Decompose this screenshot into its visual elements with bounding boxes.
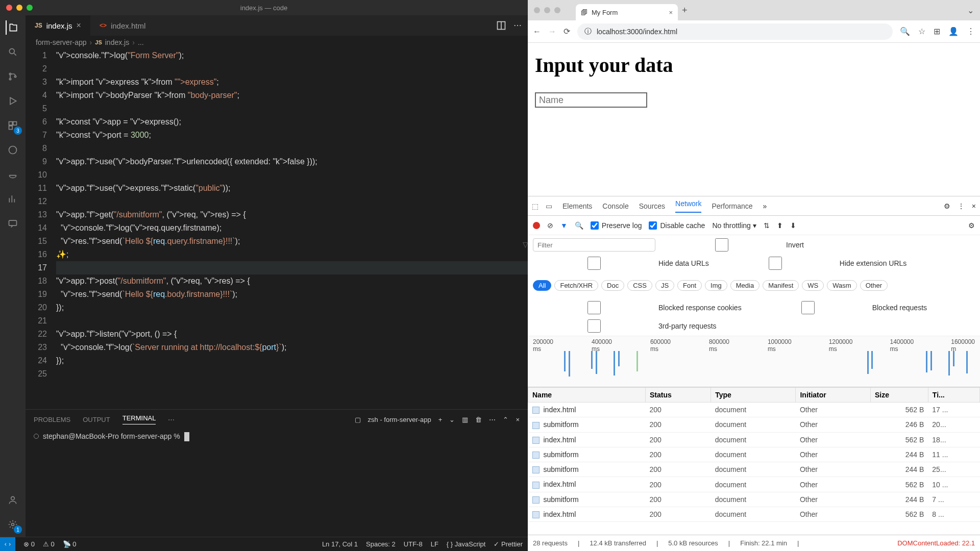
table-row[interactable]: submitform200documentOther244 B7 ... (528, 492, 980, 507)
split-editor-icon[interactable] (496, 20, 506, 31)
network-settings-icon[interactable]: ⚙ (968, 221, 975, 230)
pill-all[interactable]: All (533, 280, 551, 291)
graph-icon[interactable] (6, 192, 20, 206)
dtab-performance[interactable]: Performance (712, 202, 752, 210)
close-tab-icon[interactable]: × (669, 9, 673, 16)
chat-icon[interactable] (6, 216, 20, 231)
source-control-icon[interactable] (6, 69, 20, 84)
split-terminal-icon[interactable]: ▥ (462, 416, 468, 423)
clear-icon[interactable]: ⊘ (547, 221, 553, 230)
status-prettier[interactable]: Prettier (494, 540, 523, 548)
name-input[interactable] (535, 92, 647, 108)
pill-font[interactable]: Font (677, 280, 702, 291)
remote-icon[interactable] (6, 143, 20, 157)
traffic-lights[interactable] (6, 5, 33, 11)
pill-other[interactable]: Other (860, 280, 888, 291)
status-lang[interactable]: { } JavaScript (447, 540, 486, 548)
terminal-body[interactable]: stephan@MacBook-Pro form-server-app % (26, 429, 528, 537)
table-row[interactable]: index.html200documentOther562 B10 ... (528, 477, 980, 492)
search-network-icon[interactable]: 🔍 (575, 221, 583, 230)
third-party-checkbox[interactable]: 3rd-party requests (533, 319, 717, 333)
pill-ws[interactable]: WS (802, 280, 824, 291)
pill-css[interactable]: CSS (627, 280, 652, 291)
status-warnings[interactable]: ⚠ 0 (43, 540, 55, 548)
reload-icon[interactable]: ⟳ (564, 27, 570, 36)
maximize-panel-icon[interactable]: ⌃ (503, 416, 508, 423)
devtools-settings-icon[interactable]: ⚙ (944, 202, 950, 210)
profile-icon[interactable]: 👤 (948, 27, 959, 36)
throttling-dropdown[interactable]: No throttling ▾ (712, 221, 756, 230)
tab-index-html[interactable]: <>index.html (90, 15, 155, 36)
dtab-sources[interactable]: Sources (639, 202, 665, 210)
filter-input[interactable] (533, 238, 655, 252)
explorer-icon[interactable] (6, 20, 20, 35)
table-row[interactable]: submitform200documentOther246 B20... (528, 417, 980, 432)
network-table[interactable]: NameStatusTypeInitiatorSizeTi... index.h… (528, 387, 980, 535)
extensions-icon[interactable]: 3 (6, 118, 20, 133)
chevron-down-icon[interactable]: ⌄ (449, 416, 455, 423)
bookmark-icon[interactable]: ☆ (918, 27, 925, 36)
more-icon[interactable]: ⋯ (489, 416, 496, 423)
new-tab-icon[interactable]: + (682, 5, 688, 16)
network-conditions-icon[interactable]: ⇅ (764, 221, 770, 230)
dtab-elements[interactable]: Elements (562, 202, 592, 210)
devtools-close-icon[interactable]: × (972, 202, 976, 210)
export-icon[interactable]: ⬇ (790, 221, 796, 230)
url-bar[interactable]: ⓘ localhost:3000/index.html (577, 23, 893, 40)
tab-index-js[interactable]: JSindex.js× (26, 15, 90, 36)
settings-icon[interactable]: 1 (6, 517, 20, 532)
account-icon[interactable] (6, 493, 20, 507)
devtools-menu-icon[interactable]: ⋮ (958, 202, 965, 210)
dtab-network[interactable]: Network (675, 199, 701, 213)
blocked-cookies-checkbox[interactable]: Blocked response cookies (533, 301, 742, 314)
docker-icon[interactable] (6, 167, 20, 182)
record-icon[interactable] (533, 222, 540, 229)
expand-tabs-icon[interactable]: ⌄ (967, 6, 974, 15)
device-icon[interactable]: ▭ (546, 202, 552, 210)
terminal-shell-label[interactable]: zsh - form-server-app (368, 416, 431, 423)
close-panel-icon[interactable]: × (516, 416, 520, 423)
filter-toggle-icon[interactable]: ▼ (560, 221, 568, 230)
forward-icon[interactable]: → (548, 27, 556, 36)
status-errors[interactable]: ⊗ 0 (23, 540, 35, 548)
code-editor[interactable]: 1234567891011121314151617181920212223242… (26, 49, 528, 409)
pill-img[interactable]: Img (705, 280, 727, 291)
pill-fetchxhr[interactable]: Fetch/XHR (554, 280, 598, 291)
breadcrumb[interactable]: form-server-app› JSindex.js› ... (26, 36, 528, 49)
browser-tab[interactable]: 🗐 My Form × (576, 4, 678, 20)
invert-checkbox[interactable]: Invert (660, 238, 804, 252)
more-icon[interactable]: ⋯ (513, 20, 522, 31)
browser-traffic-lights[interactable] (534, 7, 560, 13)
inspect-icon[interactable]: ⬚ (532, 202, 538, 210)
status-spaces[interactable]: Spaces: 2 (366, 540, 396, 548)
dtab-console[interactable]: Console (602, 202, 628, 210)
table-row[interactable]: index.html200documentOther562 B17 ... (528, 403, 980, 417)
panel-tab-terminal[interactable]: TERMINAL (122, 414, 156, 424)
site-info-icon[interactable]: ⓘ (584, 27, 592, 36)
panel-tab-problems[interactable]: PROBLEMS (34, 416, 70, 423)
status-encoding[interactable]: UTF-8 (404, 540, 423, 548)
blocked-requests-checkbox[interactable]: Blocked requests (747, 301, 927, 314)
disable-cache-checkbox[interactable]: Disable cache (649, 221, 705, 230)
import-icon[interactable]: ⬆ (777, 221, 783, 230)
status-eol[interactable]: LF (431, 540, 438, 548)
pill-manifest[interactable]: Manifest (763, 280, 799, 291)
status-ports[interactable]: 📡 0 (63, 540, 77, 548)
close-icon[interactable]: × (77, 21, 81, 30)
network-timeline[interactable]: 200000 ms400000 ms600000 ms800000 ms1000… (528, 336, 980, 387)
table-row[interactable]: submitform200documentOther244 B11 ... (528, 447, 980, 462)
pill-doc[interactable]: Doc (601, 280, 624, 291)
table-row[interactable]: index.html200documentOther562 B18... (528, 432, 980, 447)
extensions-icon[interactable]: ⊞ (934, 27, 940, 36)
run-debug-icon[interactable] (6, 94, 20, 108)
hide-ext-urls-checkbox[interactable]: Hide extension URLs (714, 257, 907, 270)
pill-js[interactable]: JS (655, 280, 674, 291)
search-icon[interactable] (6, 45, 20, 59)
panel-tab-output[interactable]: OUTPUT (83, 416, 110, 423)
back-icon[interactable]: ← (533, 27, 541, 36)
status-ln-col[interactable]: Ln 17, Col 1 (322, 540, 358, 548)
new-terminal-icon[interactable]: + (438, 416, 443, 423)
more-tabs-icon[interactable]: » (763, 202, 767, 210)
table-row[interactable]: index.html200documentOther562 B8 ... (528, 507, 980, 522)
remote-button[interactable] (0, 537, 15, 551)
